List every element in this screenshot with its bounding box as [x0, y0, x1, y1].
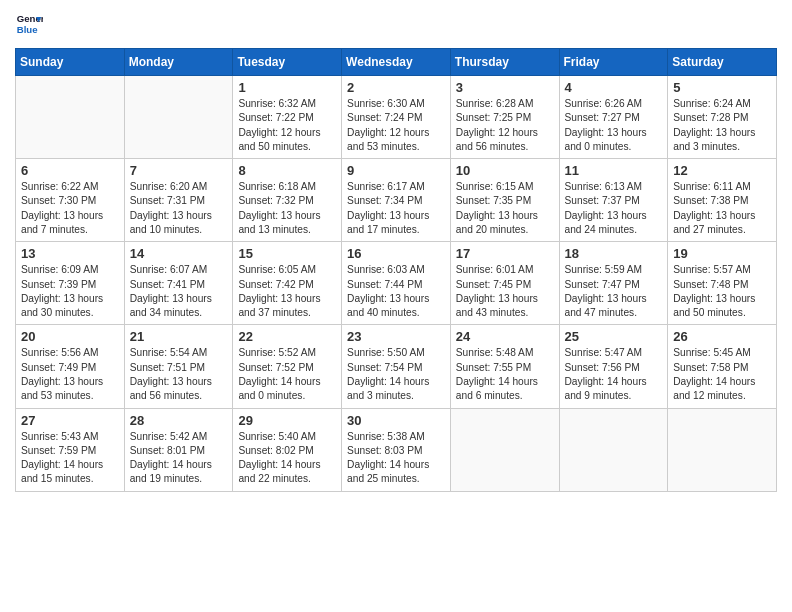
calendar-day-cell: 20Sunrise: 5:56 AM Sunset: 7:49 PM Dayli…: [16, 325, 125, 408]
weekday-header-friday: Friday: [559, 49, 668, 76]
calendar-week-row: 6Sunrise: 6:22 AM Sunset: 7:30 PM Daylig…: [16, 159, 777, 242]
day-number: 10: [456, 163, 554, 178]
day-info: Sunrise: 5:54 AM Sunset: 7:51 PM Dayligh…: [130, 346, 228, 403]
calendar-day-cell: 12Sunrise: 6:11 AM Sunset: 7:38 PM Dayli…: [668, 159, 777, 242]
calendar-day-cell: 28Sunrise: 5:42 AM Sunset: 8:01 PM Dayli…: [124, 408, 233, 491]
calendar-day-cell: [668, 408, 777, 491]
day-info: Sunrise: 6:01 AM Sunset: 7:45 PM Dayligh…: [456, 263, 554, 320]
weekday-header-row: SundayMondayTuesdayWednesdayThursdayFrid…: [16, 49, 777, 76]
calendar-day-cell: 26Sunrise: 5:45 AM Sunset: 7:58 PM Dayli…: [668, 325, 777, 408]
day-number: 17: [456, 246, 554, 261]
day-number: 28: [130, 413, 228, 428]
day-number: 24: [456, 329, 554, 344]
day-info: Sunrise: 6:30 AM Sunset: 7:24 PM Dayligh…: [347, 97, 445, 154]
calendar-week-row: 1Sunrise: 6:32 AM Sunset: 7:22 PM Daylig…: [16, 76, 777, 159]
calendar-day-cell: 17Sunrise: 6:01 AM Sunset: 7:45 PM Dayli…: [450, 242, 559, 325]
day-info: Sunrise: 5:50 AM Sunset: 7:54 PM Dayligh…: [347, 346, 445, 403]
calendar-day-cell: [450, 408, 559, 491]
day-info: Sunrise: 5:56 AM Sunset: 7:49 PM Dayligh…: [21, 346, 119, 403]
day-number: 3: [456, 80, 554, 95]
calendar-day-cell: 15Sunrise: 6:05 AM Sunset: 7:42 PM Dayli…: [233, 242, 342, 325]
day-number: 6: [21, 163, 119, 178]
day-info: Sunrise: 6:32 AM Sunset: 7:22 PM Dayligh…: [238, 97, 336, 154]
day-info: Sunrise: 6:22 AM Sunset: 7:30 PM Dayligh…: [21, 180, 119, 237]
calendar-day-cell: [124, 76, 233, 159]
day-info: Sunrise: 6:20 AM Sunset: 7:31 PM Dayligh…: [130, 180, 228, 237]
day-info: Sunrise: 6:11 AM Sunset: 7:38 PM Dayligh…: [673, 180, 771, 237]
day-number: 20: [21, 329, 119, 344]
day-number: 19: [673, 246, 771, 261]
calendar-day-cell: 10Sunrise: 6:15 AM Sunset: 7:35 PM Dayli…: [450, 159, 559, 242]
day-number: 23: [347, 329, 445, 344]
weekday-header-monday: Monday: [124, 49, 233, 76]
day-number: 30: [347, 413, 445, 428]
page-container: General Blue SundayMondayTuesdayWednesda…: [0, 0, 792, 502]
day-info: Sunrise: 6:15 AM Sunset: 7:35 PM Dayligh…: [456, 180, 554, 237]
day-number: 2: [347, 80, 445, 95]
calendar-day-cell: 3Sunrise: 6:28 AM Sunset: 7:25 PM Daylig…: [450, 76, 559, 159]
weekday-header-saturday: Saturday: [668, 49, 777, 76]
day-info: Sunrise: 6:05 AM Sunset: 7:42 PM Dayligh…: [238, 263, 336, 320]
calendar-table: SundayMondayTuesdayWednesdayThursdayFrid…: [15, 48, 777, 492]
calendar-day-cell: 14Sunrise: 6:07 AM Sunset: 7:41 PM Dayli…: [124, 242, 233, 325]
day-number: 21: [130, 329, 228, 344]
day-info: Sunrise: 5:57 AM Sunset: 7:48 PM Dayligh…: [673, 263, 771, 320]
day-info: Sunrise: 5:38 AM Sunset: 8:03 PM Dayligh…: [347, 430, 445, 487]
calendar-day-cell: 30Sunrise: 5:38 AM Sunset: 8:03 PM Dayli…: [342, 408, 451, 491]
logo: General Blue: [15, 10, 43, 38]
day-info: Sunrise: 5:48 AM Sunset: 7:55 PM Dayligh…: [456, 346, 554, 403]
weekday-header-tuesday: Tuesday: [233, 49, 342, 76]
day-number: 7: [130, 163, 228, 178]
day-info: Sunrise: 6:24 AM Sunset: 7:28 PM Dayligh…: [673, 97, 771, 154]
calendar-day-cell: 2Sunrise: 6:30 AM Sunset: 7:24 PM Daylig…: [342, 76, 451, 159]
calendar-day-cell: 25Sunrise: 5:47 AM Sunset: 7:56 PM Dayli…: [559, 325, 668, 408]
calendar-day-cell: 9Sunrise: 6:17 AM Sunset: 7:34 PM Daylig…: [342, 159, 451, 242]
day-info: Sunrise: 5:43 AM Sunset: 7:59 PM Dayligh…: [21, 430, 119, 487]
calendar-day-cell: 4Sunrise: 6:26 AM Sunset: 7:27 PM Daylig…: [559, 76, 668, 159]
calendar-week-row: 20Sunrise: 5:56 AM Sunset: 7:49 PM Dayli…: [16, 325, 777, 408]
day-number: 12: [673, 163, 771, 178]
day-info: Sunrise: 6:26 AM Sunset: 7:27 PM Dayligh…: [565, 97, 663, 154]
day-info: Sunrise: 5:40 AM Sunset: 8:02 PM Dayligh…: [238, 430, 336, 487]
day-number: 11: [565, 163, 663, 178]
day-number: 16: [347, 246, 445, 261]
day-info: Sunrise: 5:47 AM Sunset: 7:56 PM Dayligh…: [565, 346, 663, 403]
calendar-day-cell: 23Sunrise: 5:50 AM Sunset: 7:54 PM Dayli…: [342, 325, 451, 408]
weekday-header-sunday: Sunday: [16, 49, 125, 76]
calendar-day-cell: 6Sunrise: 6:22 AM Sunset: 7:30 PM Daylig…: [16, 159, 125, 242]
calendar-day-cell: [16, 76, 125, 159]
day-info: Sunrise: 6:09 AM Sunset: 7:39 PM Dayligh…: [21, 263, 119, 320]
day-number: 25: [565, 329, 663, 344]
calendar-day-cell: 16Sunrise: 6:03 AM Sunset: 7:44 PM Dayli…: [342, 242, 451, 325]
weekday-header-wednesday: Wednesday: [342, 49, 451, 76]
day-info: Sunrise: 6:13 AM Sunset: 7:37 PM Dayligh…: [565, 180, 663, 237]
day-info: Sunrise: 5:45 AM Sunset: 7:58 PM Dayligh…: [673, 346, 771, 403]
day-info: Sunrise: 6:07 AM Sunset: 7:41 PM Dayligh…: [130, 263, 228, 320]
calendar-day-cell: 24Sunrise: 5:48 AM Sunset: 7:55 PM Dayli…: [450, 325, 559, 408]
calendar-week-row: 27Sunrise: 5:43 AM Sunset: 7:59 PM Dayli…: [16, 408, 777, 491]
day-info: Sunrise: 6:18 AM Sunset: 7:32 PM Dayligh…: [238, 180, 336, 237]
day-info: Sunrise: 6:17 AM Sunset: 7:34 PM Dayligh…: [347, 180, 445, 237]
day-info: Sunrise: 5:59 AM Sunset: 7:47 PM Dayligh…: [565, 263, 663, 320]
calendar-day-cell: 8Sunrise: 6:18 AM Sunset: 7:32 PM Daylig…: [233, 159, 342, 242]
logo-icon: General Blue: [15, 10, 43, 38]
calendar-day-cell: 27Sunrise: 5:43 AM Sunset: 7:59 PM Dayli…: [16, 408, 125, 491]
calendar-day-cell: 22Sunrise: 5:52 AM Sunset: 7:52 PM Dayli…: [233, 325, 342, 408]
calendar-day-cell: 19Sunrise: 5:57 AM Sunset: 7:48 PM Dayli…: [668, 242, 777, 325]
day-info: Sunrise: 6:28 AM Sunset: 7:25 PM Dayligh…: [456, 97, 554, 154]
svg-text:Blue: Blue: [17, 24, 38, 35]
day-number: 15: [238, 246, 336, 261]
day-number: 22: [238, 329, 336, 344]
calendar-day-cell: [559, 408, 668, 491]
calendar-day-cell: 18Sunrise: 5:59 AM Sunset: 7:47 PM Dayli…: [559, 242, 668, 325]
day-number: 5: [673, 80, 771, 95]
weekday-header-thursday: Thursday: [450, 49, 559, 76]
day-info: Sunrise: 5:42 AM Sunset: 8:01 PM Dayligh…: [130, 430, 228, 487]
day-info: Sunrise: 6:03 AM Sunset: 7:44 PM Dayligh…: [347, 263, 445, 320]
day-number: 26: [673, 329, 771, 344]
day-number: 4: [565, 80, 663, 95]
day-number: 18: [565, 246, 663, 261]
day-number: 1: [238, 80, 336, 95]
day-number: 29: [238, 413, 336, 428]
day-number: 14: [130, 246, 228, 261]
